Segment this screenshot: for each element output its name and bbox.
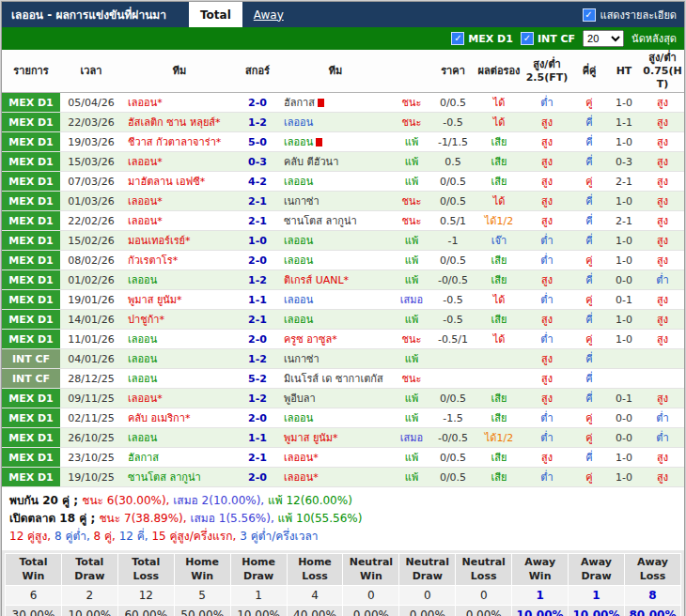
odd-even: คี่ <box>571 113 607 131</box>
int-cf-checkbox[interactable]: ✓ <box>521 32 534 45</box>
handicap-odds: 0/0.5 <box>430 192 476 210</box>
away-team[interactable]: เลออน <box>278 172 393 191</box>
match-result: ชนะ <box>393 211 430 230</box>
league-badge: MEX D1 <box>2 211 60 230</box>
handicap-result: เสีย <box>476 310 522 329</box>
league-badge: MEX D1 <box>2 290 60 309</box>
ht-score: 1-0 <box>607 231 641 250</box>
mex-d1-checkbox[interactable]: ✓ <box>451 32 464 45</box>
home-team[interactable]: พูมาส ยูนัม* <box>122 290 237 309</box>
show-details-toggle[interactable]: ✓ แสดงรายละเอียด <box>583 2 684 27</box>
home-team[interactable]: ฮัสเลติก ซาน หลุยส์* <box>122 113 237 131</box>
match-count-select[interactable]: 20 <box>583 30 624 47</box>
away-team[interactable]: เลออน <box>278 113 393 131</box>
home-team[interactable]: เลออน* <box>122 389 237 408</box>
mex-d1-label: MEX D1 <box>468 33 513 45</box>
ht-score: 1-0 <box>607 192 641 210</box>
stat-percent: 10.00% <box>61 605 117 616</box>
summary-line-3: 12 คู่สูง, 8 คู่ต่ำ, 8 คู่, 12 คี่, 15 ค… <box>9 528 677 546</box>
match-row: MEX D119/03/26ชีวาส กัวตาลาจาร่า*5-0เลออ… <box>2 132 684 152</box>
away-team[interactable]: เลออน <box>278 290 393 309</box>
over-under-ht: สูง <box>641 152 684 171</box>
home-team[interactable]: เลออน* <box>122 211 237 230</box>
away-team[interactable]: ติเกรส์ UANL* <box>278 270 393 289</box>
home-team[interactable]: เลออน* <box>122 152 237 171</box>
stat-percent: 30.00% <box>6 605 62 616</box>
match-score: 5-0 <box>237 132 278 151</box>
away-team[interactable]: เลออน <box>278 231 393 250</box>
ht-score: 1-0 <box>607 448 641 467</box>
home-team[interactable]: เลออน <box>122 270 237 289</box>
match-result: เสมอ <box>393 428 430 447</box>
home-team[interactable]: มาฮัตลาน เอฟซี* <box>122 172 237 191</box>
handicap-odds: -1 <box>430 231 476 250</box>
summary-part: 12 คู่สูง, <box>9 530 55 543</box>
home-team[interactable]: มอนเทอร์เรย์* <box>122 231 237 250</box>
ht-score: 0-0 <box>607 270 641 289</box>
league-filter-mex-d1[interactable]: ✓ MEX D1 <box>451 32 513 45</box>
handicap-odds: 0/0.5 <box>430 251 476 270</box>
away-team[interactable]: เลออน <box>278 408 393 427</box>
stat-header: Total Win <box>6 554 62 586</box>
over-under-ft: สูง <box>522 310 571 329</box>
home-team[interactable]: เลออน <box>122 330 237 348</box>
away-team[interactable]: พูมาส ยูนัม* <box>278 428 393 447</box>
home-team[interactable]: เลออน* <box>122 93 237 112</box>
league-badge: INT CF <box>2 349 60 368</box>
tab-away[interactable]: Away <box>242 2 295 27</box>
match-result: แพ้ <box>393 408 430 427</box>
summary-part: ชนะ 6(30.00%), <box>82 494 173 507</box>
over-under-ht: สูง <box>641 251 684 270</box>
column-header: ทีม <box>122 50 237 92</box>
league-filter-int-cf[interactable]: ✓ INT CF <box>521 32 575 45</box>
home-team[interactable]: ปาชูก้า* <box>122 310 237 329</box>
home-team[interactable]: ชีวาส กัวตาลาจาร่า* <box>122 132 237 151</box>
home-team[interactable]: กัวเรตาโร* <box>122 251 237 270</box>
match-result: แพ้ <box>393 349 430 368</box>
home-team[interactable]: เลออน <box>122 349 237 368</box>
away-team[interactable]: มิเนโรส์ เด ซากาเตกัส <box>278 369 393 388</box>
away-team[interactable]: เลออน <box>278 310 393 329</box>
match-result: ชนะ <box>393 192 430 210</box>
handicap-odds: -0/0.5 <box>430 428 476 447</box>
away-team[interactable]: เนกาซ่า <box>278 349 393 368</box>
match-date: 19/03/26 <box>60 132 122 151</box>
away-team[interactable]: เลออน <box>278 132 393 151</box>
match-date: 05/04/26 <box>60 93 122 112</box>
match-result: แพ้ <box>393 468 430 486</box>
home-team[interactable]: ซานโตส ลากูน่า <box>122 468 237 486</box>
stat-count: 1 <box>512 585 569 605</box>
match-result: เสมอ <box>393 290 430 309</box>
ht-score: 0-0 <box>607 408 641 427</box>
match-result: แพ้ <box>393 448 430 467</box>
stat-header: Neutral Loss <box>456 554 512 586</box>
away-team[interactable]: ซานโตส ลากูน่า <box>278 211 393 230</box>
home-team[interactable]: เลออน <box>122 369 237 388</box>
away-team[interactable]: เลออน <box>278 251 393 270</box>
away-team[interactable]: ครูซ อาซูล* <box>278 330 393 348</box>
match-score: 2-1 <box>237 448 278 467</box>
home-team[interactable]: เลออน* <box>122 192 237 210</box>
home-team[interactable]: เลออน <box>122 428 237 447</box>
match-date: 01/03/26 <box>60 192 122 210</box>
home-team[interactable]: คลับ อเมริกา* <box>122 408 237 427</box>
away-team[interactable]: คลับ ตีฮัวนา <box>278 152 393 171</box>
home-team[interactable]: ฮัลกาส <box>122 448 237 467</box>
match-row: MEX D122/02/26เลออน*2-1ซานโตส ลากูน่าชนะ… <box>2 211 684 231</box>
show-details-checkbox[interactable]: ✓ <box>583 8 596 22</box>
away-team[interactable]: ฮัลกาส <box>278 93 393 112</box>
league-badge: MEX D1 <box>2 428 60 447</box>
league-badge: MEX D1 <box>2 132 60 151</box>
handicap-result: เสีย <box>476 270 522 289</box>
away-team[interactable]: เนกาซ่า <box>278 192 393 210</box>
tab-total[interactable]: Total <box>189 2 242 27</box>
away-team[interactable]: เลออน* <box>278 468 393 486</box>
match-row: MEX D119/10/25ซานโตส ลากูน่า2-0เลออน*แพ้… <box>2 468 684 487</box>
away-team[interactable]: เลออน* <box>278 448 393 467</box>
match-result: ชนะ <box>393 369 430 388</box>
match-score: 1-1 <box>237 290 278 309</box>
match-date: 19/01/26 <box>60 290 122 309</box>
match-date: 26/10/25 <box>60 428 122 447</box>
league-badge: MEX D1 <box>2 93 60 112</box>
away-team[interactable]: พูอีบลา <box>278 389 393 408</box>
